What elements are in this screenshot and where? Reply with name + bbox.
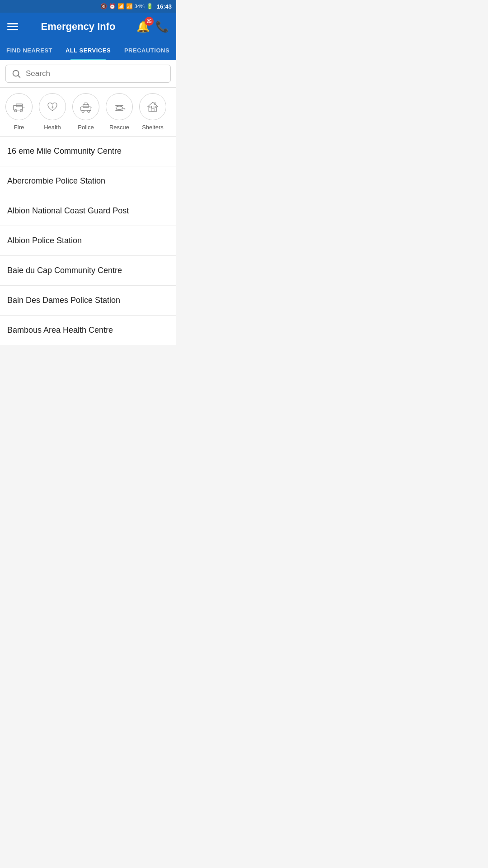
list-item[interactable]: Bambous Area Health Centre (0, 316, 176, 345)
category-row: Fire Health Police (0, 88, 176, 137)
police-circle (72, 93, 99, 120)
page-title: Emergency Info (20, 21, 136, 33)
search-box[interactable] (5, 65, 171, 83)
svg-line-18 (123, 108, 125, 109)
health-icon (46, 100, 59, 113)
list-item[interactable]: Baie du Cap Community Centre (0, 256, 176, 286)
rescue-icon (113, 100, 126, 113)
tab-precautions[interactable]: PRECAUTIONS (117, 41, 176, 60)
tab-find-nearest[interactable]: FIND NEAREST (0, 41, 59, 60)
hamburger-menu[interactable] (7, 23, 20, 30)
status-bar: 🔇 ⏰ 📶 📶 34% 🔋 16:43 (0, 0, 176, 13)
battery-text: 34% (135, 4, 145, 9)
health-label: Health (44, 124, 61, 131)
svg-rect-26 (151, 108, 154, 111)
police-icon (79, 100, 93, 113)
health-circle (39, 93, 66, 120)
category-rescue[interactable]: Rescue (104, 93, 135, 131)
category-health[interactable]: Health (37, 93, 68, 131)
svg-line-1 (18, 75, 20, 77)
search-input[interactable] (26, 69, 165, 78)
fire-truck-icon (12, 100, 26, 113)
svg-marker-25 (148, 102, 158, 111)
list-item[interactable]: Abercrombie Police Station (0, 166, 176, 196)
phone-icon[interactable]: 📞 (155, 20, 169, 33)
notification-button[interactable]: 🔔 25 (136, 20, 150, 33)
svg-rect-28 (154, 106, 156, 108)
rescue-circle (106, 93, 133, 120)
category-police[interactable]: Police (70, 93, 101, 131)
status-icons: 🔇 ⏰ 📶 📶 34% 🔋 16:43 (100, 3, 172, 10)
fire-label: Fire (14, 124, 24, 131)
shelters-circle (139, 93, 166, 120)
tab-bar: FIND NEAREST ALL SERVICES PRECAUTIONS (0, 41, 176, 60)
time-text: 16:43 (157, 3, 172, 10)
shelter-icon (146, 100, 160, 113)
fire-circle (5, 93, 33, 120)
signal-icon: 📶 (126, 3, 133, 9)
battery-icon: 🔋 (146, 3, 153, 9)
notification-badge: 25 (145, 17, 154, 26)
list-item[interactable]: Bain Des Dames Police Station (0, 286, 176, 316)
alarm-icon: ⏰ (109, 3, 116, 9)
rescue-label: Rescue (109, 124, 129, 131)
category-shelters[interactable]: Shelters (137, 93, 168, 131)
search-container (0, 60, 176, 88)
list-item[interactable]: Albion Police Station (0, 226, 176, 256)
shelters-label: Shelters (142, 124, 164, 131)
header-actions: 🔔 25 📞 (136, 20, 169, 33)
category-fire[interactable]: Fire (4, 93, 34, 131)
tab-all-services[interactable]: ALL SERVICES (59, 41, 117, 60)
svg-point-17 (116, 106, 123, 110)
search-icon (11, 69, 21, 79)
mute-icon: 🔇 (100, 3, 107, 9)
list-item[interactable]: Albion National Coast Guard Post (0, 196, 176, 226)
app-header: Emergency Info 🔔 25 📞 (0, 13, 176, 41)
services-list: 16 eme Mile Community Centre Abercrombie… (0, 137, 176, 345)
svg-rect-27 (150, 106, 151, 108)
list-item[interactable]: 16 eme Mile Community Centre (0, 137, 176, 166)
police-label: Police (78, 124, 94, 131)
wifi-icon: 📶 (117, 3, 124, 9)
